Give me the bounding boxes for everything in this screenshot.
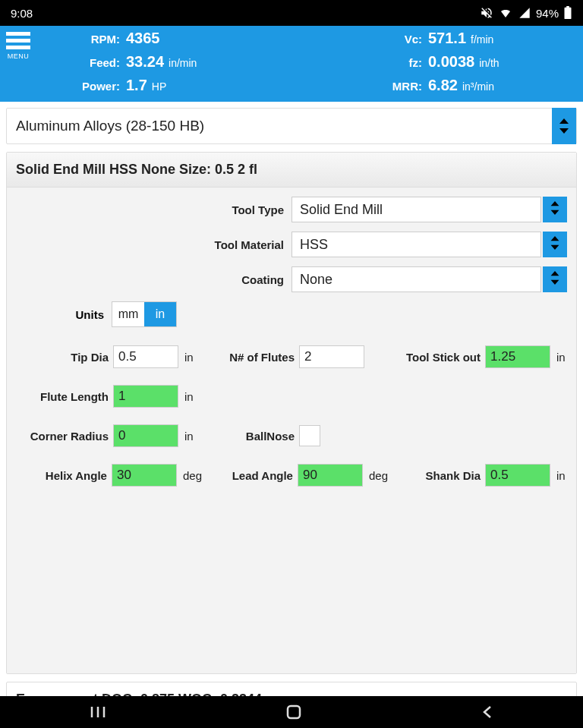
android-status-bar: 9:08 94% bbox=[0, 0, 583, 26]
hamburger-icon bbox=[6, 32, 30, 49]
battery-percent: 94% bbox=[536, 7, 559, 20]
chevron-updown-icon bbox=[556, 117, 572, 135]
chevron-updown-icon bbox=[548, 269, 562, 289]
nav-home-button[interactable] bbox=[285, 704, 302, 720]
tool-type-row: Tool Type Solid End Mill bbox=[16, 197, 567, 222]
metric-mrr: MRR: 6.82 in³/min bbox=[308, 77, 575, 94]
flute-length-input[interactable] bbox=[113, 385, 178, 408]
status-icons: 94% bbox=[480, 6, 572, 20]
corner-radius-input[interactable] bbox=[113, 424, 178, 447]
lead-angle-input[interactable] bbox=[298, 464, 363, 487]
metric-feed: Feed: 33.24 in/min bbox=[41, 53, 308, 71]
android-nav-bar bbox=[0, 696, 583, 728]
svg-rect-2 bbox=[288, 706, 300, 718]
chevron-updown-icon bbox=[548, 200, 562, 219]
home-icon bbox=[285, 704, 302, 720]
units-row: Units mm in bbox=[16, 301, 567, 327]
tool-section: Solid End Mill HSS None Size: 0.5 2 fl T… bbox=[6, 152, 577, 674]
tip-dia-input[interactable] bbox=[113, 345, 178, 368]
shank-dia-input[interactable] bbox=[485, 464, 550, 487]
app-header: MENU RPM: 4365 Vc: 571.1 f/min Feed: 33.… bbox=[0, 26, 583, 102]
mute-icon bbox=[480, 6, 493, 20]
metric-fz: fz: 0.0038 in/th bbox=[308, 53, 575, 71]
tool-type-select[interactable]: Solid End Mill bbox=[292, 197, 541, 222]
nav-recents-button[interactable] bbox=[89, 704, 107, 720]
stick-out-param: Tool Stick out in bbox=[388, 345, 574, 368]
num-flutes-param: N# of Flutes bbox=[202, 345, 388, 368]
units-mm-button[interactable]: mm bbox=[112, 302, 144, 326]
tool-section-title: Solid End Mill HSS None Size: 0.5 2 fl bbox=[7, 153, 576, 188]
back-icon bbox=[481, 704, 494, 720]
tool-type-dropdown-button[interactable] bbox=[543, 197, 567, 222]
metric-rpm: RPM: 4365 bbox=[41, 30, 308, 47]
shank-dia-param: Shank Dia in bbox=[388, 464, 574, 487]
metric-vc: Vc: 571.1 f/min bbox=[308, 30, 575, 47]
material-value[interactable]: Aluminum Alloys (28-150 HB) bbox=[7, 109, 552, 143]
nav-back-button[interactable] bbox=[481, 704, 494, 720]
tip-dia-param: Tip Dia in bbox=[16, 345, 202, 368]
tool-material-select[interactable]: HSS bbox=[292, 232, 541, 257]
ballnose-checkbox[interactable] bbox=[299, 425, 320, 446]
num-flutes-input[interactable] bbox=[299, 345, 364, 368]
battery-icon bbox=[563, 6, 572, 20]
tool-material-dropdown-button[interactable] bbox=[543, 232, 567, 257]
flute-length-param: Flute Length in bbox=[16, 385, 202, 408]
ballnose-param: BallNose bbox=[202, 424, 388, 447]
recents-icon bbox=[89, 704, 107, 720]
corner-radius-param: Corner Radius in bbox=[16, 424, 202, 447]
material-selector[interactable]: Aluminum Alloys (28-150 HB) bbox=[6, 108, 577, 144]
signal-icon bbox=[518, 7, 531, 19]
coating-dropdown-button[interactable] bbox=[543, 266, 567, 292]
material-dropdown-button[interactable] bbox=[552, 108, 576, 144]
status-time: 9:08 bbox=[11, 7, 33, 20]
wifi-icon bbox=[498, 7, 513, 19]
lead-angle-param: Lead Angle deg bbox=[202, 464, 388, 487]
helix-angle-param: Helix Angle deg bbox=[16, 464, 202, 487]
units-in-button[interactable]: in bbox=[144, 302, 176, 326]
tool-material-row: Tool Material HSS bbox=[16, 232, 567, 257]
chevron-updown-icon bbox=[548, 235, 562, 254]
units-toggle: mm in bbox=[112, 301, 177, 327]
coating-select[interactable]: None bbox=[292, 266, 541, 292]
svg-rect-1 bbox=[566, 6, 569, 8]
svg-rect-0 bbox=[565, 8, 572, 19]
metric-power: Power: 1.7 HP bbox=[41, 77, 308, 94]
menu-button[interactable]: MENU bbox=[6, 32, 30, 60]
helix-angle-input[interactable] bbox=[112, 464, 177, 487]
stick-out-input[interactable] bbox=[485, 345, 550, 368]
coating-row: Coating None bbox=[16, 266, 567, 292]
